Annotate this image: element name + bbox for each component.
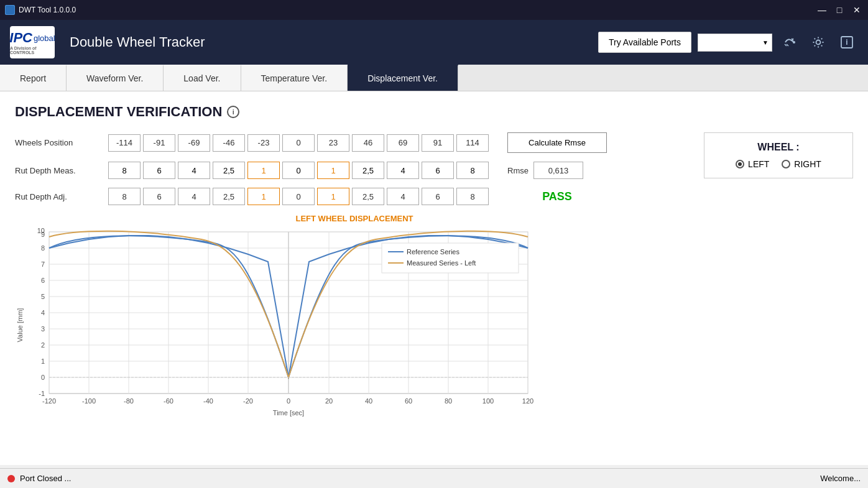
connect-button[interactable] xyxy=(778,31,801,53)
rdm-cell-2[interactable] xyxy=(178,162,210,179)
header-right: Try Available Ports i xyxy=(598,31,858,53)
tab-waveform[interactable]: Waveform Ver. xyxy=(67,65,164,91)
wp-cell-3: -46 xyxy=(213,134,245,152)
wp-cell-8: 69 xyxy=(387,134,419,152)
svg-text:3: 3 xyxy=(41,325,45,333)
rda-cell-4: 1 xyxy=(247,188,280,205)
close-button[interactable]: ✕ xyxy=(851,4,863,16)
wheel-right-option[interactable]: RIGHT xyxy=(782,159,821,169)
rda-cell-5: 0 xyxy=(282,188,315,205)
rdm-cell-10[interactable] xyxy=(456,162,489,179)
wheels-position-row: Wheels Position -114 -91 -69 -46 -23 0 2… xyxy=(15,132,694,153)
wheel-left-radio[interactable] xyxy=(736,160,744,168)
wp-cell-6: 23 xyxy=(317,134,349,152)
status-dot xyxy=(7,475,15,482)
svg-text:Reference Series: Reference Series xyxy=(407,248,459,256)
svg-text:80: 80 xyxy=(445,397,452,405)
info-button[interactable]: i xyxy=(836,31,858,53)
logo: IPC global A Division of CONTROLS xyxy=(10,26,55,58)
rdm-cell-0[interactable] xyxy=(108,162,141,179)
rdm-cell-7[interactable] xyxy=(352,162,384,179)
wp-cell-2: -69 xyxy=(178,134,210,152)
svg-text:60: 60 xyxy=(405,397,412,405)
rut-depth-meas-label: Rut Depth Meas. xyxy=(15,166,102,175)
rdm-cell-5[interactable] xyxy=(282,162,315,179)
wp-cell-4: -23 xyxy=(247,134,280,152)
wp-cell-5: 0 xyxy=(282,134,315,152)
svg-point-2 xyxy=(816,40,821,45)
tab-report[interactable]: Report xyxy=(0,65,67,91)
chart-title: LEFT WHEEL DISPLACEMENT xyxy=(15,214,694,223)
wheel-title: WHEEL : xyxy=(719,142,838,153)
wheel-right-radio[interactable] xyxy=(782,160,790,168)
svg-text:0: 0 xyxy=(287,397,290,405)
rut-depth-meas-cells xyxy=(108,162,489,179)
tab-temperature[interactable]: Temperature Ver. xyxy=(241,65,348,91)
logo-area: IPC global A Division of CONTROLS Double… xyxy=(10,26,205,58)
wheel-left-option[interactable]: LEFT xyxy=(736,159,769,169)
try-ports-button[interactable]: Try Available Ports xyxy=(598,32,691,53)
content-row: Wheels Position -114 -91 -69 -46 -23 0 2… xyxy=(15,132,853,421)
svg-text:2: 2 xyxy=(41,341,45,349)
rut-depth-meas-row: Rut Depth Meas. Rmse 0,613 xyxy=(15,162,694,179)
svg-text:-120: -120 xyxy=(42,397,56,405)
right-panel: WHEEL : LEFT RIGHT xyxy=(704,132,853,178)
svg-text:100: 100 xyxy=(482,397,494,405)
rda-cell-7: 2,5 xyxy=(352,188,384,205)
rda-cell-8: 4 xyxy=(387,188,419,205)
settings-button[interactable] xyxy=(807,31,829,53)
port-select-wrapper xyxy=(698,34,772,52)
wp-cell-0: -114 xyxy=(108,134,141,152)
svg-text:120: 120 xyxy=(522,397,533,405)
port-select[interactable] xyxy=(698,34,772,52)
tabs: Report Waveform Ver. Load Ver. Temperatu… xyxy=(0,65,868,91)
rda-cell-2: 4 xyxy=(178,188,210,205)
rdm-cell-6[interactable] xyxy=(317,162,349,179)
port-status: Port Closed ... xyxy=(20,474,71,483)
rdm-cell-9[interactable] xyxy=(422,162,454,179)
svg-text:-80: -80 xyxy=(124,397,134,405)
svg-text:Time [sec]: Time [sec] xyxy=(273,409,304,417)
svg-text:40: 40 xyxy=(365,397,372,405)
wheel-selector: WHEEL : LEFT RIGHT xyxy=(704,132,853,178)
rut-depth-adj-row: Rut Depth Adj. 8 6 4 2,5 1 0 1 2,5 4 6 8… xyxy=(15,188,694,205)
page-title: DISPLACEMENT VERIFICATION i xyxy=(15,104,853,120)
tab-displacement[interactable]: Displacement Ver. xyxy=(348,65,458,91)
rdm-cell-8[interactable] xyxy=(387,162,419,179)
maximize-button[interactable]: □ xyxy=(833,4,846,16)
wheels-position-cells: -114 -91 -69 -46 -23 0 23 46 69 91 114 xyxy=(108,134,489,152)
app-name: Double Wheel Tracker xyxy=(70,34,205,50)
svg-text:-100: -100 xyxy=(82,397,96,405)
app-icon xyxy=(5,5,15,15)
rmse-label: Rmse xyxy=(507,166,529,175)
rdm-cell-1[interactable] xyxy=(143,162,175,179)
calculate-rmse-button[interactable]: Calculate Rmse xyxy=(507,132,607,153)
rda-cell-10: 8 xyxy=(456,188,489,205)
page-info-icon[interactable]: i xyxy=(227,106,239,118)
rda-cell-0: 8 xyxy=(108,188,141,205)
svg-rect-0 xyxy=(6,6,14,14)
header: IPC global A Division of CONTROLS Double… xyxy=(0,20,868,65)
displacement-chart: -1 0 1 2 3 4 5 6 7 8 9 10 -120 -100 - xyxy=(15,226,550,418)
tab-load[interactable]: Load Ver. xyxy=(164,65,241,91)
svg-point-1 xyxy=(793,41,795,44)
rmse-value: 0,613 xyxy=(533,162,583,179)
rut-depth-adj-cells: 8 6 4 2,5 1 0 1 2,5 4 6 8 xyxy=(108,188,489,205)
svg-text:20: 20 xyxy=(325,397,333,405)
svg-text:7: 7 xyxy=(41,260,45,268)
rdm-cell-3[interactable] xyxy=(213,162,245,179)
wp-cell-1: -91 xyxy=(143,134,175,152)
wp-cell-9: 91 xyxy=(422,134,454,152)
svg-text:Measured Series - Left: Measured Series - Left xyxy=(407,259,476,267)
status-bar: Port Closed ... Welcome... xyxy=(0,468,868,488)
wheel-radio-row: LEFT RIGHT xyxy=(719,159,838,169)
svg-text:i: i xyxy=(846,38,847,47)
rdm-cell-4[interactable] xyxy=(247,162,280,179)
rda-cell-3: 2,5 xyxy=(213,188,245,205)
pass-status: PASS xyxy=(507,190,607,203)
svg-text:-1: -1 xyxy=(39,390,45,397)
minimize-button[interactable]: — xyxy=(816,4,828,16)
svg-text:8: 8 xyxy=(41,244,45,252)
wheels-position-label: Wheels Position xyxy=(15,138,102,147)
svg-text:6: 6 xyxy=(41,277,45,284)
